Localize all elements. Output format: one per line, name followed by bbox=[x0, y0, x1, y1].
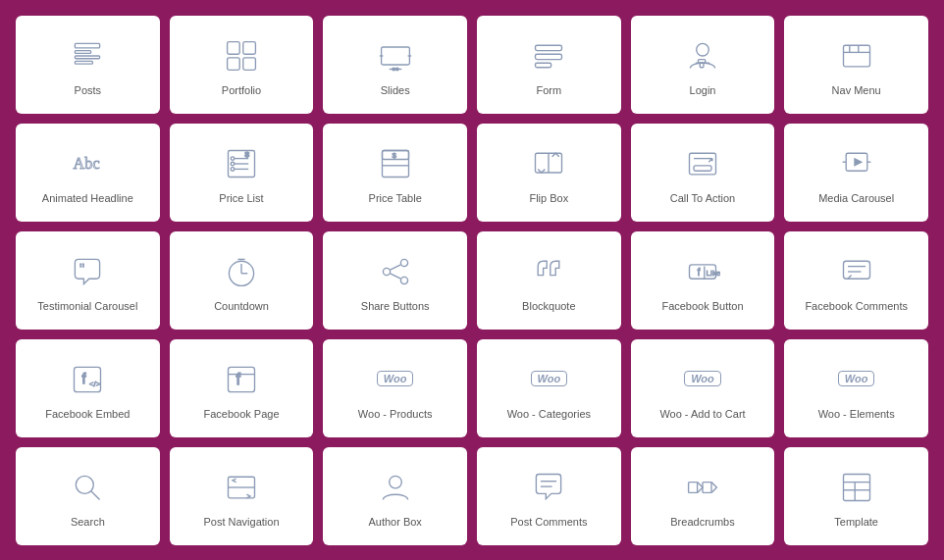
price-table-label: Price Table bbox=[369, 191, 422, 205]
testimonial-carousel-icon: " bbox=[68, 252, 107, 291]
widget-card-woo-elements[interactable]: WooWoo - Elements bbox=[784, 339, 928, 437]
posts-icon bbox=[68, 36, 107, 76]
price-table-icon: $ bbox=[376, 144, 415, 183]
search-icon bbox=[68, 468, 107, 507]
facebook-comments-label: Facebook Comments bbox=[805, 299, 908, 313]
svg-rect-38 bbox=[694, 166, 711, 171]
widget-card-search[interactable]: Search bbox=[16, 447, 160, 545]
svg-rect-2 bbox=[76, 56, 100, 59]
breadcrumbs-icon bbox=[683, 468, 722, 507]
widget-card-form[interactable]: Form bbox=[477, 16, 621, 114]
call-to-action-icon bbox=[683, 144, 722, 183]
woo-products-label: Woo - Products bbox=[358, 407, 433, 421]
facebook-embed-label: Facebook Embed bbox=[45, 407, 130, 421]
svg-rect-18 bbox=[843, 45, 869, 67]
portfolio-label: Portfolio bbox=[222, 83, 261, 97]
login-label: Login bbox=[690, 83, 716, 97]
nav-menu-label: Nav Menu bbox=[832, 83, 881, 97]
media-carousel-label: Media Carousel bbox=[818, 191, 894, 205]
author-box-icon bbox=[376, 468, 415, 507]
widget-card-nav-menu[interactable]: Nav Menu bbox=[784, 16, 928, 114]
widget-card-call-to-action[interactable]: Call To Action bbox=[631, 124, 775, 222]
widget-card-slides[interactable]: Slides bbox=[323, 16, 467, 114]
share-buttons-label: Share Buttons bbox=[361, 299, 430, 313]
svg-point-71 bbox=[389, 476, 401, 488]
portfolio-icon bbox=[222, 36, 261, 76]
woo-elements-label: Woo - Elements bbox=[818, 407, 895, 421]
widget-card-woo-add-to-cart[interactable]: WooWoo - Add to Cart bbox=[631, 339, 775, 437]
widget-card-posts[interactable]: Posts bbox=[16, 16, 160, 114]
facebook-embed-icon: f</> bbox=[68, 360, 107, 399]
widget-card-animated-headline[interactable]: AbcAnimated Headline bbox=[16, 124, 160, 222]
svg-point-15 bbox=[697, 43, 709, 56]
breadcrumbs-label: Breadcrumbs bbox=[670, 515, 734, 529]
widget-card-price-table[interactable]: $Price Table bbox=[323, 124, 467, 222]
widget-card-media-carousel[interactable]: Media Carousel bbox=[784, 124, 928, 222]
widget-card-countdown[interactable]: Countdown bbox=[170, 231, 314, 330]
facebook-page-label: Facebook Page bbox=[203, 407, 279, 421]
widget-card-woo-products[interactable]: WooWoo - Products bbox=[323, 339, 467, 437]
flip-box-icon bbox=[529, 144, 568, 183]
svg-text:Like: Like bbox=[707, 268, 720, 277]
svg-point-50 bbox=[383, 268, 390, 275]
svg-text:f: f bbox=[82, 370, 87, 385]
search-label: Search bbox=[71, 515, 105, 529]
svg-rect-4 bbox=[228, 41, 240, 54]
woo-elements-icon: Woo bbox=[837, 360, 876, 399]
slides-label: Slides bbox=[381, 83, 410, 97]
share-buttons-icon bbox=[376, 252, 415, 291]
svg-rect-58 bbox=[843, 261, 869, 279]
template-label: Template bbox=[834, 515, 878, 529]
widget-card-facebook-comments[interactable]: Facebook Comments bbox=[784, 231, 928, 330]
widget-card-testimonial-carousel[interactable]: "Testimonial Carousel bbox=[16, 231, 160, 330]
svg-marker-41 bbox=[854, 158, 863, 167]
widget-card-facebook-embed[interactable]: f</>Facebook Embed bbox=[16, 339, 160, 437]
svg-rect-7 bbox=[243, 58, 256, 71]
woo-categories-label: Woo - Categories bbox=[507, 407, 591, 421]
woo-products-icon: Woo bbox=[376, 360, 415, 399]
widget-card-breadcrumbs[interactable]: Breadcrumbs bbox=[631, 447, 775, 545]
widget-card-portfolio[interactable]: Portfolio bbox=[170, 16, 314, 114]
svg-point-49 bbox=[400, 259, 407, 266]
woo-badge: Woo bbox=[377, 371, 414, 386]
form-icon bbox=[529, 36, 568, 76]
widget-card-author-box[interactable]: Author Box bbox=[323, 447, 467, 545]
widget-card-blockquote[interactable]: Blockquote bbox=[477, 231, 621, 330]
widget-grid: PostsPortfolioSlidesFormLoginNav MenuAbc… bbox=[16, 16, 928, 545]
svg-text:Abc: Abc bbox=[74, 155, 100, 173]
woo-categories-icon: Woo bbox=[529, 360, 568, 399]
woo-add-to-cart-label: Woo - Add to Cart bbox=[659, 407, 745, 421]
widget-card-post-comments[interactable]: Post Comments bbox=[477, 447, 621, 545]
post-comments-label: Post Comments bbox=[510, 515, 587, 529]
widget-card-post-navigation[interactable]: Post Navigation bbox=[170, 447, 314, 545]
svg-rect-75 bbox=[703, 482, 711, 492]
blockquote-label: Blockquote bbox=[522, 299, 575, 313]
widget-card-share-buttons[interactable]: Share Buttons bbox=[323, 231, 467, 330]
woo-badge: Woo bbox=[684, 371, 721, 386]
svg-rect-0 bbox=[76, 43, 100, 48]
svg-rect-74 bbox=[689, 482, 698, 492]
facebook-page-icon: f bbox=[222, 360, 261, 399]
widget-card-login[interactable]: Login bbox=[631, 16, 775, 114]
svg-rect-8 bbox=[381, 47, 409, 65]
svg-line-53 bbox=[390, 274, 400, 279]
author-box-label: Author Box bbox=[368, 515, 421, 529]
post-navigation-icon bbox=[222, 468, 261, 507]
animated-headline-label: Animated Headline bbox=[42, 191, 133, 205]
svg-point-67 bbox=[77, 476, 94, 493]
widget-card-price-list[interactable]: $Price List bbox=[170, 124, 314, 222]
svg-point-11 bbox=[395, 68, 398, 71]
form-label: Form bbox=[536, 83, 561, 97]
svg-rect-13 bbox=[536, 54, 562, 59]
svg-rect-3 bbox=[76, 61, 93, 64]
svg-text:": " bbox=[79, 261, 84, 277]
widget-card-flip-box[interactable]: Flip Box bbox=[477, 124, 621, 222]
svg-rect-1 bbox=[76, 50, 91, 53]
widget-card-facebook-page[interactable]: fFacebook Page bbox=[170, 339, 314, 437]
widget-card-woo-categories[interactable]: WooWoo - Categories bbox=[477, 339, 621, 437]
svg-rect-12 bbox=[536, 45, 562, 50]
svg-rect-76 bbox=[843, 474, 869, 500]
widget-card-template[interactable]: Template bbox=[784, 447, 928, 545]
widget-card-facebook-button[interactable]: fLikeFacebook Button bbox=[631, 231, 775, 330]
svg-text:$: $ bbox=[392, 151, 396, 160]
